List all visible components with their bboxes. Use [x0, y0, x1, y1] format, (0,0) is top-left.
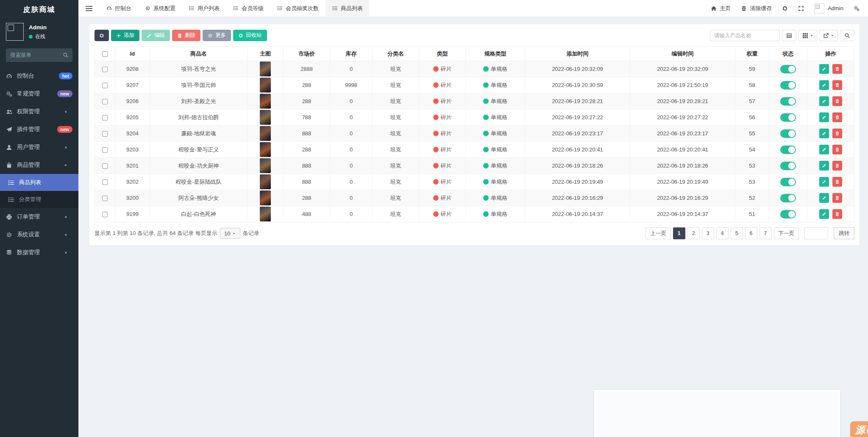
- jump-button[interactable]: 跳转: [834, 227, 854, 239]
- page-button[interactable]: 1: [673, 227, 685, 239]
- recycle-bin-button[interactable]: 回收站: [233, 30, 267, 41]
- product-search-input[interactable]: [710, 30, 780, 41]
- tab-goods-list[interactable]: 商品列表: [326, 0, 370, 17]
- product-thumbnail[interactable]: [260, 126, 271, 141]
- row-edit-button[interactable]: [819, 129, 829, 138]
- status-toggle[interactable]: [780, 178, 796, 186]
- add-button[interactable]: 添加: [111, 30, 139, 41]
- row-checkbox[interactable]: [102, 179, 108, 185]
- sidebar-toggle-button[interactable]: [78, 0, 100, 17]
- row-checkbox[interactable]: [102, 147, 108, 153]
- status-toggle[interactable]: [780, 113, 796, 122]
- sidebar-item-user[interactable]: 用户管理: [0, 138, 78, 156]
- row-delete-button[interactable]: [832, 129, 842, 138]
- sidebar-item-goods-list[interactable]: 商品列表: [0, 174, 78, 191]
- status-toggle[interactable]: [780, 162, 796, 170]
- status-toggle[interactable]: [780, 129, 796, 138]
- row-delete-button[interactable]: [832, 80, 842, 90]
- user-menu[interactable]: Admin: [814, 3, 843, 14]
- refresh-icon[interactable]: [782, 6, 788, 11]
- edit-button[interactable]: 编辑: [142, 30, 170, 41]
- row-edit-button[interactable]: [819, 193, 829, 203]
- row-delete-button[interactable]: [832, 112, 842, 122]
- row-delete-button[interactable]: [832, 209, 842, 219]
- row-checkbox[interactable]: [102, 99, 108, 104]
- next-page-button[interactable]: 下一页: [774, 227, 799, 239]
- avatar[interactable]: [6, 23, 24, 41]
- search-icon[interactable]: [63, 52, 69, 58]
- tab-user-list[interactable]: 用户列表: [182, 0, 226, 17]
- delete-button[interactable]: 删除: [172, 30, 200, 41]
- sidebar-item-order[interactable]: 订单管理: [0, 208, 78, 226]
- per-page-select[interactable]: 10: [220, 228, 240, 239]
- export-button[interactable]: [819, 30, 838, 41]
- fullscreen-icon[interactable]: [798, 6, 804, 11]
- page-button[interactable]: 6: [745, 227, 757, 239]
- product-thumbnail[interactable]: [260, 142, 271, 157]
- row-delete-button[interactable]: [832, 64, 842, 74]
- row-edit-button[interactable]: [819, 161, 829, 171]
- row-edit-button[interactable]: [819, 64, 829, 74]
- row-edit-button[interactable]: [819, 112, 829, 122]
- product-thumbnail[interactable]: [260, 62, 271, 76]
- status-toggle[interactable]: [780, 81, 796, 90]
- row-delete-button[interactable]: [832, 161, 842, 171]
- row-checkbox[interactable]: [102, 163, 108, 169]
- status-toggle[interactable]: [780, 210, 796, 218]
- row-edit-button[interactable]: [819, 145, 829, 154]
- status-toggle[interactable]: [780, 194, 796, 202]
- product-thumbnail[interactable]: [260, 174, 271, 189]
- detail-view-button[interactable]: [782, 30, 796, 41]
- prev-page-button[interactable]: 上一页: [645, 227, 671, 239]
- status-toggle[interactable]: [780, 146, 796, 154]
- page-button[interactable]: 2: [687, 227, 700, 239]
- product-thumbnail[interactable]: [260, 94, 271, 109]
- search-button[interactable]: [840, 30, 854, 41]
- status-toggle[interactable]: [780, 65, 796, 73]
- row-checkbox[interactable]: [102, 131, 108, 137]
- row-delete-button[interactable]: [832, 193, 842, 203]
- row-checkbox[interactable]: [102, 212, 108, 217]
- home-link[interactable]: 主页: [711, 5, 731, 12]
- sidebar-item-general[interactable]: 常规管理 new: [0, 85, 78, 103]
- tab-lottery-times[interactable]: 会员抽奖次数: [270, 0, 326, 17]
- sidebar-item-goods[interactable]: 商品管理: [0, 156, 78, 174]
- product-thumbnail[interactable]: [260, 110, 271, 125]
- page-button[interactable]: 5: [731, 227, 743, 239]
- product-thumbnail[interactable]: [260, 207, 271, 221]
- row-checkbox[interactable]: [102, 83, 108, 88]
- tab-system-config[interactable]: 系统配置: [138, 0, 182, 17]
- product-thumbnail[interactable]: [260, 158, 271, 173]
- select-all-checkbox[interactable]: [102, 51, 108, 57]
- row-delete-button[interactable]: [832, 145, 842, 154]
- sidebar-item-auth[interactable]: 权限管理: [0, 103, 78, 120]
- row-edit-button[interactable]: [819, 80, 829, 90]
- sidebar-item-dashboard[interactable]: 控制台 hot: [0, 67, 78, 85]
- row-delete-button[interactable]: [832, 177, 842, 187]
- row-delete-button[interactable]: [832, 96, 842, 106]
- row-edit-button[interactable]: [819, 209, 829, 219]
- page-button[interactable]: 7: [760, 227, 772, 239]
- page-button[interactable]: 4: [716, 227, 729, 239]
- columns-button[interactable]: [798, 30, 817, 41]
- page-button[interactable]: 3: [702, 227, 714, 239]
- jump-page-input[interactable]: [804, 227, 828, 239]
- row-checkbox[interactable]: [102, 67, 108, 72]
- row-checkbox[interactable]: [102, 196, 108, 201]
- status-toggle[interactable]: [780, 97, 796, 106]
- row-edit-button[interactable]: [819, 96, 829, 106]
- settings-cogs-icon[interactable]: [854, 6, 860, 11]
- product-thumbnail[interactable]: [260, 190, 271, 205]
- product-thumbnail[interactable]: [260, 78, 271, 92]
- tab-dashboard[interactable]: 控制台: [100, 0, 138, 17]
- more-button[interactable]: 更多: [203, 30, 231, 41]
- sidebar-item-data[interactable]: 数据管理: [0, 244, 78, 261]
- row-edit-button[interactable]: [819, 177, 829, 187]
- tab-member-level[interactable]: 会员等级: [226, 0, 270, 17]
- row-checkbox[interactable]: [102, 115, 108, 120]
- refresh-button[interactable]: [95, 30, 109, 41]
- watermark-badge[interactable]: 源码: [850, 421, 868, 437]
- sidebar-item-addon[interactable]: 插件管理 new: [0, 120, 78, 138]
- sidebar-item-category[interactable]: 分类管理: [0, 191, 78, 208]
- clear-cache-link[interactable]: 清除缓存: [741, 5, 772, 12]
